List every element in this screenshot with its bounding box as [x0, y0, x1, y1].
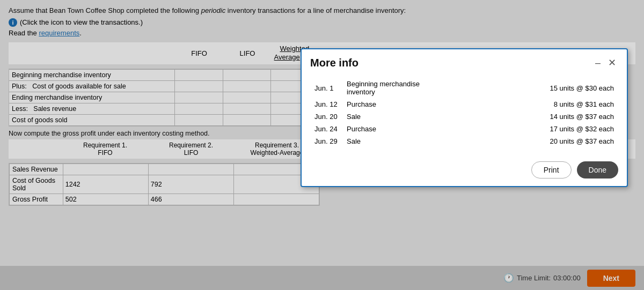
transaction-row: Jun. 1 Beginning merchandise inventory 1… — [310, 78, 618, 98]
transaction-description: Sale — [342, 135, 439, 147]
transaction-value: 15 units @ $30 each — [439, 78, 618, 98]
transaction-row: Jun. 12 Purchase 8 units @ $31 each — [310, 98, 618, 110]
transaction-value: 17 units @ $32 each — [439, 123, 618, 135]
transaction-value: 8 units @ $31 each — [439, 98, 618, 110]
done-button[interactable]: Done — [577, 161, 618, 179]
transaction-date: Jun. 24 — [310, 123, 342, 135]
transaction-value: 14 units @ $37 each — [439, 110, 618, 123]
more-info-modal: More info – ✕ Jun. 1 Beginning merchandi… — [301, 48, 628, 187]
print-button[interactable]: Print — [531, 161, 572, 179]
transaction-date: Jun. 20 — [310, 110, 342, 123]
transaction-date: Jun. 12 — [310, 98, 342, 110]
transaction-description: Purchase — [342, 123, 439, 135]
transaction-row: Jun. 24 Purchase 17 units @ $32 each — [310, 123, 618, 135]
transaction-row: Jun. 29 Sale 20 units @ $37 each — [310, 135, 618, 147]
main-background: Assume that Bean Town Coffee Shop comple… — [0, 0, 644, 290]
transaction-description: Beginning merchandise inventory — [342, 78, 439, 98]
transaction-description: Purchase — [342, 98, 439, 110]
modal-transactions-table: Jun. 1 Beginning merchandise inventory 1… — [310, 78, 618, 147]
modal-title: More info — [310, 57, 358, 69]
modal-header: More info – ✕ — [302, 49, 627, 73]
modal-footer: Print Done — [302, 156, 627, 186]
minimize-button[interactable]: – — [593, 57, 603, 69]
transaction-row: Jun. 20 Sale 14 units @ $37 each — [310, 110, 618, 123]
transaction-date: Jun. 1 — [310, 78, 342, 98]
transaction-value: 20 units @ $37 each — [439, 135, 618, 147]
close-button[interactable]: ✕ — [606, 57, 618, 69]
transaction-description: Sale — [342, 110, 439, 123]
modal-body: Jun. 1 Beginning merchandise inventory 1… — [302, 73, 627, 156]
transaction-date: Jun. 29 — [310, 135, 342, 147]
